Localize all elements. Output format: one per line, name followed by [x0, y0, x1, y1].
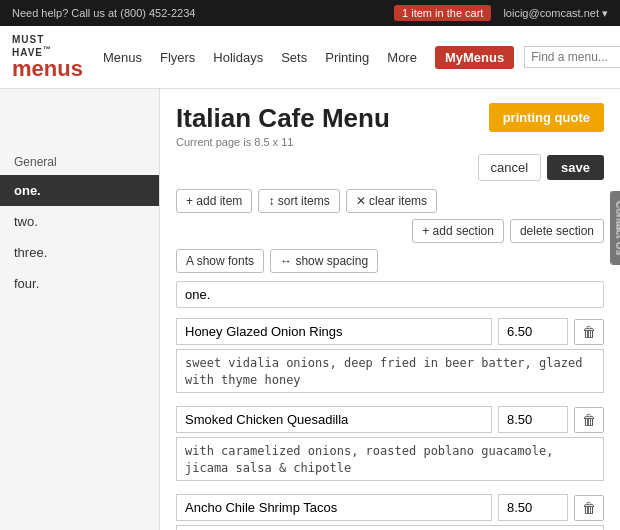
nav-sets[interactable]: Sets [281, 50, 307, 65]
page-subtitle: Current page is 8.5 x 11 [176, 136, 604, 148]
search-input[interactable] [524, 46, 620, 68]
item-3-delete-button[interactable]: 🗑 [574, 495, 604, 521]
sort-items-button[interactable]: ↕ sort items [258, 189, 339, 213]
top-bar: Need help? Call us at (800) 452-2234 1 i… [0, 0, 620, 26]
sidebar-item-one[interactable]: one. [0, 175, 159, 206]
sidebar-item-two[interactable]: two. [0, 206, 159, 237]
clear-items-button[interactable]: ✕ clear items [346, 189, 437, 213]
logo-menus: menus [12, 58, 83, 80]
cart-button[interactable]: 1 item in the cart [394, 5, 491, 21]
show-fonts-button[interactable]: A show fonts [176, 249, 264, 273]
item-2-delete-button[interactable]: 🗑 [574, 407, 604, 433]
item-3-description[interactable]: with mango salsa, jalapeno-lime crème fr… [176, 525, 604, 530]
item-1-name-input[interactable] [176, 318, 492, 345]
add-section-button[interactable]: + add section [412, 219, 504, 243]
nav-printing[interactable]: Printing [325, 50, 369, 65]
action-row: cancel save [176, 154, 604, 181]
logo-must-have: MUST HAVE [12, 34, 44, 58]
cancel-button[interactable]: cancel [478, 154, 542, 181]
toolbar-row2: A show fonts ↔ show spacing [176, 249, 604, 273]
top-bar-right: 1 item in the cart loicig@comcast.net ▾ [394, 5, 608, 21]
item-3-name-input[interactable] [176, 494, 492, 521]
menu-item-1: 🗑 sweet vidalia onions, deep fried in be… [176, 318, 604, 396]
user-email[interactable]: loicig@comcast.net ▾ [503, 7, 608, 20]
item-1-price-input[interactable] [498, 318, 568, 345]
delete-section-button[interactable]: delete section [510, 219, 604, 243]
nav-holidays[interactable]: Holidays [213, 50, 263, 65]
sidebar-item-three[interactable]: three. [0, 237, 159, 268]
item-1-delete-button[interactable]: 🗑 [574, 319, 604, 345]
save-button[interactable]: save [547, 155, 604, 180]
logo-tm: ™ [43, 45, 52, 54]
toolbar-row1: + add item ↕ sort items ✕ clear items + … [176, 189, 604, 243]
nav-bar: MUST HAVE™ menus Menus Flyers Holidays S… [0, 26, 620, 89]
sidebar: General one. two. three. four. [0, 89, 160, 530]
nav-flyers[interactable]: Flyers [160, 50, 195, 65]
menu-item-3: 🗑 with mango salsa, jalapeno-lime crème … [176, 494, 604, 530]
section-name-input[interactable] [176, 281, 604, 308]
item-3-price-input[interactable] [498, 494, 568, 521]
my-menus-button[interactable]: MyMenus [435, 46, 514, 69]
add-item-button[interactable]: + add item [176, 189, 252, 213]
search-wrap: 🔍 [524, 46, 620, 68]
item-1-description[interactable]: sweet vidalia onions, deep fried in beer… [176, 349, 604, 393]
contact-us-tab[interactable]: Contact Us [610, 191, 620, 265]
main-content: Italian Cafe Menu Current page is 8.5 x … [160, 89, 620, 530]
nav-more[interactable]: More [387, 50, 417, 65]
item-2-description[interactable]: with caramelized onions, roasted poblano… [176, 437, 604, 481]
sidebar-item-four[interactable]: four. [0, 268, 159, 299]
nav-menus[interactable]: Menus [103, 50, 142, 65]
menu-item-2: 🗑 with caramelized onions, roasted pobla… [176, 406, 604, 484]
printing-quote-button[interactable]: printing quote [489, 103, 604, 132]
toolbar-right: + add section delete section [412, 219, 604, 243]
content-area: General one. two. three. four. Italian C… [0, 89, 620, 530]
item-2-name-input[interactable] [176, 406, 492, 433]
logo[interactable]: MUST HAVE™ menus [12, 34, 83, 80]
sidebar-section-label: General [0, 149, 159, 175]
show-spacing-button[interactable]: ↔ show spacing [270, 249, 378, 273]
help-text: Need help? Call us at (800) 452-2234 [12, 7, 195, 19]
item-2-price-input[interactable] [498, 406, 568, 433]
nav-links: Menus Flyers Holidays Sets Printing More… [103, 46, 514, 69]
